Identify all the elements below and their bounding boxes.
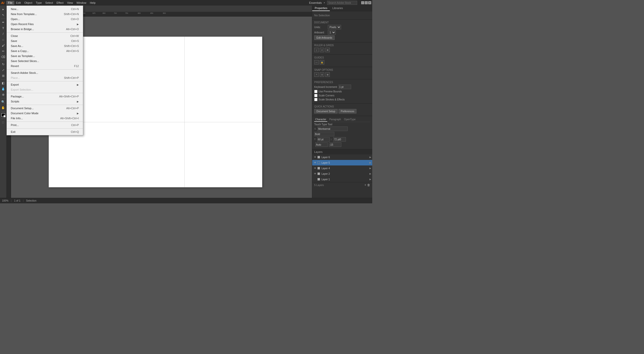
tab-opentype[interactable]: OpenType [343,117,357,122]
font-size-input[interactable] [317,137,330,142]
close-button[interactable]: ✕ [368,1,371,4]
tool-eraser[interactable]: ⌫ [1,54,6,60]
tool-hand[interactable]: ✋ [1,105,6,110]
grid-icon[interactable]: # [320,48,324,52]
dropdown-item-print---[interactable]: Print... Ctrl+P [7,123,83,128]
guides-show-icon[interactable]: — [314,60,319,65]
artboard-select[interactable]: 1 [328,30,336,35]
dropdown-item-save-a-copy---[interactable]: Save a Copy... Alt+Ctrl+S [7,48,83,53]
tool-free-transform[interactable]: ⊞ [1,73,6,79]
tool-eyedropper[interactable]: 💧 [1,86,6,92]
tool-blend[interactable]: ⊗ [1,92,6,97]
tool-rotate[interactable]: ↻ [1,62,6,67]
menu-file[interactable]: File [6,1,14,5]
tool-zoom[interactable]: 🔍 [1,99,6,105]
tool-rectangle[interactable]: □ [1,37,6,42]
font-family-input[interactable] [317,127,348,131]
layer-row[interactable]: 👁 Layer 4 ▶ [312,165,372,171]
font-style-input[interactable] [314,132,334,136]
layer-expand-icon[interactable]: ▶ [369,172,371,175]
dropdown-item-search-adobe-stock---[interactable]: Search Adobe Stock... [7,70,83,75]
dropdown-item-export[interactable]: Export ▶ [7,82,83,87]
tool-color-fill[interactable] [1,112,6,118]
tool-gradient[interactable]: ◧ [1,80,6,86]
scale-corners-checkbox[interactable] [314,94,317,97]
tool-pencil[interactable]: ✏ [1,48,6,54]
layer-visibility-icon[interactable] [313,178,317,181]
layer-visibility-icon[interactable]: 👁 [313,166,317,170]
edit-artboards-button[interactable]: Edit Artboards [314,35,335,40]
menu-select[interactable]: Select [43,1,55,5]
dropdown-item-save-as---[interactable]: Save As... Shift+Ctrl+S [7,43,83,48]
dropdown-item-close[interactable]: Close Ctrl+W [7,33,83,38]
dropdown-item-document-setup---[interactable]: Document Setup... Alt+Ctrl+P [7,106,83,111]
use-preview-bounds-checkbox[interactable] [314,90,317,93]
tool-artboard[interactable]: ⬚ [1,120,6,125]
layer-visibility-icon[interactable]: 👁 [313,161,317,164]
tool-paintbrush[interactable]: 🖌 [1,43,6,48]
menu-window[interactable]: Window [75,1,88,5]
dropdown-item-open-recent-files[interactable]: Open Recent Files ▶ [7,22,83,27]
snap-icon-1[interactable]: ⌖ [314,72,319,77]
dropdown-item-new-from-template---[interactable]: New from Template... Shift+Ctrl+N [7,12,83,17]
dropdown-item-file-info---[interactable]: File Info... Alt+Shift+Ctrl+I [7,116,83,121]
preferences-button[interactable]: Preferences [339,109,357,113]
units-label: Units: [314,26,327,29]
dropdown-item-scripts[interactable]: Scripts ▶ [7,99,83,104]
dropdown-item-save[interactable]: Save Ctrl+S [7,38,83,43]
dropdown-item-package---[interactable]: Package... Alt+Shift+Ctrl+P [7,94,83,99]
document-setup-button[interactable]: Document Setup [314,109,338,113]
tool-line[interactable]: / [1,31,6,37]
layer-expand-icon[interactable]: ▶ [369,167,371,169]
dropdown-item-save-selected-slices---[interactable]: Save Selected Slices... [7,58,83,64]
grid-icon-2[interactable]: ⊞ [325,48,330,52]
layer-row[interactable]: 👁 Layer 6 ▶ [312,154,372,160]
ruler-icon[interactable]: | [314,48,319,52]
menu-edit[interactable]: Edit [14,1,23,5]
tab-paragraph[interactable]: Paragraph [328,117,342,122]
search-stock-input[interactable] [327,1,357,5]
snap-icon-3[interactable]: ⊠ [325,72,330,77]
tool-selection[interactable]: ▸ [1,7,6,12]
menu-object[interactable]: Object [23,1,34,5]
tool-pen[interactable]: ✒ [1,20,6,25]
dropdown-item-browse-in-bridge---[interactable]: Browse in Bridge... Alt+Ctrl+O [7,27,83,32]
maximize-button[interactable]: □ [365,1,368,4]
menu-effect[interactable]: Effect [55,1,65,5]
tool-scale[interactable]: ⤢ [1,67,6,73]
dropdown-item-document-color-mode[interactable]: Document Color Mode ▶ [7,111,83,116]
add-layer-icon[interactable]: + [364,183,366,187]
scale-strokes-checkbox[interactable] [314,98,317,101]
layer-visibility-icon[interactable]: 👁 [313,172,317,175]
layer-expand-icon[interactable]: ▶ [369,178,371,181]
essentials-label[interactable]: Essentials [309,1,322,4]
leading-value[interactable] [315,142,328,147]
delete-layer-icon[interactable]: 🗑 [367,183,370,187]
layer-row[interactable]: 👁 Layer 2 ▶ [312,171,372,176]
dropdown-item-new---[interactable]: New... Ctrl+N [7,7,83,12]
snap-icon-2[interactable]: ⊡ [320,72,324,77]
layer-row[interactable]: Layer 1 ▶ [312,176,372,182]
tool-type[interactable]: T [1,25,6,31]
dropdown-item-revert[interactable]: Revert F12 [7,64,83,69]
menu-help[interactable]: Help [88,1,97,5]
leading-input[interactable] [333,137,346,142]
dropdown-item-save-as-template---[interactable]: Save as Template... [7,53,83,58]
tab-properties[interactable]: Properties [312,6,330,11]
guides-lock-icon[interactable]: 🔒 [320,60,324,65]
tab-character[interactable]: Character [314,117,327,122]
tool-direct-selection[interactable]: ↖ [1,12,6,18]
tab-libraries[interactable]: Libraries [330,6,345,11]
layer-expand-icon[interactable]: ▶ [369,156,371,158]
layer-visibility-icon[interactable]: 👁 [313,155,317,159]
dropdown-item-open---[interactable]: Open... Ctrl+O [7,17,83,22]
layer-expand-icon[interactable]: ▶ [369,161,371,164]
minimize-button[interactable]: ─ [361,1,364,4]
layer-row[interactable]: 👁 Layer 5 ▶ [312,160,372,165]
dropdown-item-exit[interactable]: Exit Ctrl+Q [7,129,83,134]
tracking-value[interactable] [329,142,341,147]
keyboard-increment-input[interactable] [339,85,351,89]
units-select[interactable]: Pixels [328,25,341,29]
menu-view[interactable]: View [65,1,75,5]
menu-type[interactable]: Type [34,1,44,5]
